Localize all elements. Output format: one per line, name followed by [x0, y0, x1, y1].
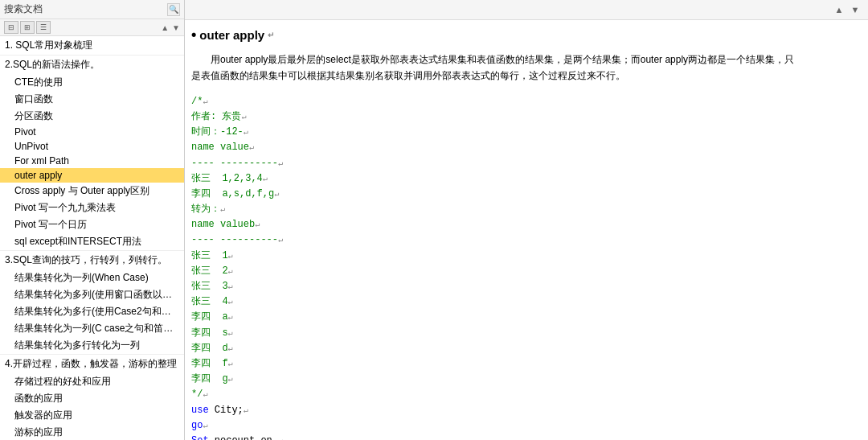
sidebar-item-multirow[interactable]: 结果集转化为多行转化为一列 [0, 337, 184, 354]
code-comment-block: /*↵ 作者: 东贵↵ 时间：-12-↵ name value↵ ---- --… [191, 96, 283, 401]
sidebar-item-forxml[interactable]: For xml Path [0, 154, 184, 168]
pilcrow-title: ↵ [268, 31, 274, 39]
sidebar-item-crossapply[interactable]: Cross apply 与 Outer apply区别 [0, 183, 184, 199]
keyword-set: Set [191, 435, 209, 440]
sidebar-item-cursor[interactable]: 游标的应用 [0, 424, 184, 440]
scroll-up-btn[interactable]: ▲ [161, 23, 169, 32]
section-1-title[interactable]: 1. SQL常用对象梳理 [0, 36, 184, 55]
content-title: outer apply ↵ [191, 27, 802, 43]
sidebar-item-pivotdate[interactable]: Pivot 写一个日历 [0, 216, 184, 233]
sidebar-item-func[interactable]: 函数的应用 [0, 390, 184, 407]
content-title-text: outer apply [199, 28, 264, 42]
content-intro: 用outer apply最后最外层的select是获取外部表表达式结果集和表值函… [191, 51, 802, 84]
sidebar-item-whencase[interactable]: 结果集转化为一列(When Case) [0, 269, 184, 286]
scroll-down-btn[interactable]: ▼ [172, 23, 180, 32]
sidebar-item-pivot99[interactable]: Pivot 写一个九九乘法表 [0, 199, 184, 216]
view-icon-1[interactable]: ⊟ [4, 21, 18, 34]
sidebar-item-cte[interactable]: CTE的使用 [0, 74, 184, 91]
section-3-label: 3.SQL查询的技巧，行转列，列转行。 [5, 254, 167, 265]
sidebar-header-icons: 🔍 [167, 3, 180, 16]
code-block: /*↵ 作者: 东贵↵ 时间：-12-↵ name value↵ ---- --… [191, 94, 802, 440]
section-4-title[interactable]: 4.开辟过程，函数，触发器，游标的整理 [0, 355, 184, 373]
view-icon-3[interactable]: ☰ [36, 21, 51, 34]
section-2-label: 2.SQL的新语法操作。 [5, 59, 100, 70]
sidebar-item-store[interactable]: 存储过程的好处和应用 [0, 373, 184, 390]
sidebar-item-outerapply[interactable]: outer apply [0, 168, 184, 183]
search-icon[interactable]: 🔍 [167, 3, 180, 16]
main-content: ▲ ▼ outer apply ↵ 用outer apply最后最外层的sele… [185, 0, 868, 440]
sidebar: 搜索文档 🔍 ⊟ ⊞ ☰ ▲ ▼ 1. SQL常用对象梳理 2.SQL的新语法操… [0, 0, 185, 440]
section-2: 2.SQL的新语法操作。 CTE的使用 窗口函数 分区函数 Pivot UnPi… [0, 56, 184, 251]
section-1: 1. SQL常用对象梳理 [0, 36, 184, 56]
nav-up-icon[interactable]: ▲ [833, 3, 845, 16]
sidebar-item-unpivot[interactable]: UnPivot [0, 139, 184, 154]
sidebar-item-window[interactable]: 窗口函数 [0, 91, 184, 108]
section-4: 4.开辟过程，函数，触发器，游标的整理 存储过程的好处和应用 函数的应用 触发器… [0, 355, 184, 440]
sidebar-item-trigger[interactable]: 触发器的应用 [0, 407, 184, 424]
sidebar-header: 搜索文档 🔍 [0, 0, 184, 19]
sidebar-item-multicase2[interactable]: 结果集转化为多行(使用Case2句和笛卡尔积) [0, 303, 184, 320]
content-body-inner: outer apply ↵ 用outer apply最后最外层的select是获… [191, 27, 802, 440]
sidebar-item-multicase3[interactable]: 结果集转化为一列(C case之句和笛卡尔积) [0, 320, 184, 337]
section-1-label: 1. SQL常用对象梳理 [5, 39, 92, 51]
scroll-controls: ▲ ▼ [161, 23, 180, 32]
sidebar-title: 搜索文档 [4, 2, 43, 16]
keyword-go1: go [191, 420, 203, 431]
toolbar-icons: ⊟ ⊞ ☰ [4, 21, 51, 34]
view-icon-2[interactable]: ⊞ [20, 21, 35, 34]
sidebar-item-multicase[interactable]: 结果集转化为多列(使用窗口函数以及Case子句进行配合) [0, 286, 184, 303]
section-3-title[interactable]: 3.SQL查询的技巧，行转列，列转行。 [0, 251, 184, 269]
sidebar-item-pivot[interactable]: Pivot [0, 125, 184, 139]
nav-down-icon[interactable]: ▼ [849, 3, 862, 16]
content-header: ▲ ▼ [185, 0, 868, 20]
section-3: 3.SQL查询的技巧，行转列，列转行。 结果集转化为一列(When Case) … [0, 251, 184, 355]
sidebar-toolbar: ⊟ ⊞ ☰ ▲ ▼ [0, 19, 184, 36]
sidebar-content: 1. SQL常用对象梳理 2.SQL的新语法操作。 CTE的使用 窗口函数 分区… [0, 36, 184, 440]
content-body: outer apply ↵ 用outer apply最后最外层的select是获… [185, 20, 868, 440]
sidebar-item-sqlexcept[interactable]: sql except和INTERSECT用法 [0, 233, 184, 250]
keyword-use: use [191, 405, 209, 416]
section-4-label: 4.开辟过程，函数，触发器，游标的整理 [5, 358, 177, 369]
section-2-title[interactable]: 2.SQL的新语法操作。 [0, 56, 184, 74]
sidebar-item-partition[interactable]: 分区函数 [0, 108, 184, 125]
